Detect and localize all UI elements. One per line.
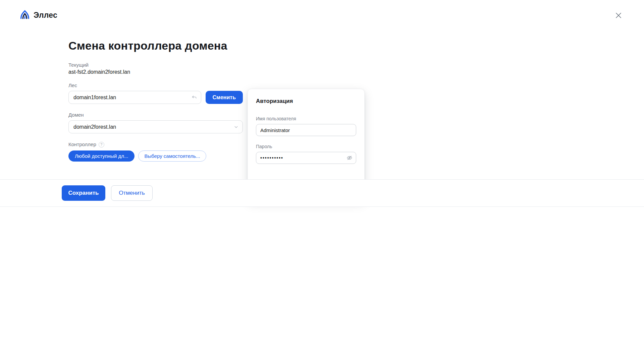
forest-label: Лес <box>68 82 243 88</box>
domain-select[interactable]: domain2forest.lan <box>68 120 243 133</box>
password-input-wrap <box>256 152 356 164</box>
cancel-button[interactable]: Отменить <box>111 185 153 201</box>
save-button[interactable]: Сохранить <box>62 185 105 201</box>
username-label: Имя пользователя <box>256 116 356 121</box>
controller-options: Любой доступный дл... Выберу самостоятел… <box>68 150 243 162</box>
domain-select-wrap: domain2forest.lan <box>68 120 243 133</box>
forest-input[interactable] <box>68 91 201 104</box>
username-input[interactable] <box>256 124 356 136</box>
chevron-down-icon <box>233 124 239 131</box>
elles-logo-icon <box>19 9 31 21</box>
controller-option-any[interactable]: Любой доступный дл... <box>68 150 135 162</box>
brand-logo: Эллес <box>19 9 57 21</box>
page-title: Смена контроллера домена <box>68 39 243 53</box>
controller-label-row: Контроллер ? <box>68 141 243 147</box>
current-dc-value: ast-fst2.domain2forest.lan <box>68 69 243 75</box>
controller-option-manual[interactable]: Выберу самостоятель... <box>138 150 206 162</box>
change-forest-button[interactable]: Сменить <box>206 91 243 104</box>
close-button[interactable] <box>612 9 625 22</box>
current-dc-label: Текущий <box>68 62 243 68</box>
domain-select-value: domain2forest.lan <box>73 124 116 130</box>
footer-action-bar: Сохранить Отменить <box>0 179 644 207</box>
auth-popover-title: Авторизация <box>256 98 356 105</box>
forest-row: Сменить <box>68 91 243 104</box>
help-icon[interactable]: ? <box>99 142 104 147</box>
undo-icon[interactable] <box>191 94 198 102</box>
forest-input-wrap <box>68 91 201 104</box>
footer-buttons: Сохранить Отменить <box>62 185 153 201</box>
page: Эллес Смена контроллера домена Текущий a… <box>0 0 644 362</box>
domain-label: Домен <box>68 112 243 118</box>
brand-name: Эллес <box>34 11 57 20</box>
main-content: Смена контроллера домена Текущий ast-fst… <box>68 39 243 162</box>
close-icon <box>613 10 624 21</box>
password-label: Пароль <box>256 144 356 149</box>
controller-label: Контроллер <box>68 141 96 147</box>
password-input[interactable] <box>256 152 356 164</box>
eye-off-icon[interactable] <box>346 155 353 163</box>
